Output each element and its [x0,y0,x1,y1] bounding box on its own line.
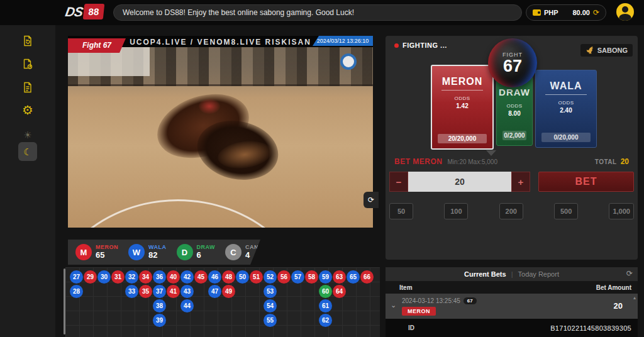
stat-count: 65 [96,251,118,260]
current-bets-panel: Current Bets | Today Report ⟳ Item Bet A… [386,267,638,337]
result-cell: 60 [319,285,332,298]
stat-letter-circle: C [225,244,242,260]
result-cell: 48 [222,270,235,284]
result-cell: 31 [111,270,125,284]
stat-letter-circle: D [177,244,193,260]
stat-count: 6 [197,251,216,260]
meron-odds-label: ODDS [432,96,492,101]
wala-bet-card[interactable]: WALA ODDS 2.40 0/20,000 [535,70,597,148]
chevron-down-icon[interactable]: ⌄ [391,301,396,309]
tab-divider: | [511,270,513,278]
result-cell: 53 [264,285,277,298]
logo-88-tile: 88 [83,4,105,19]
avatar-body-icon [619,14,631,21]
welcome-marquee: Welcome to DS88! Enjoy the best online s… [113,4,522,21]
stat-cancel: CCANCEL4 [225,244,271,260]
bet-amount-input[interactable] [408,172,511,192]
minus-button[interactable]: − [389,172,408,192]
settings-gear-icon[interactable]: ⚙ [19,102,36,118]
chip-1000[interactable]: 1,000 [609,203,634,219]
result-history-grid: 2729303132343640424546485051525657585963… [65,267,380,337]
result-cell: 32 [125,270,138,284]
result-cell: 49 [222,285,235,298]
result-cell: 27 [70,270,83,284]
bets-refresh-icon[interactable]: ⟳ [626,269,633,278]
stat-draw: DDRAW6 [177,244,216,260]
report-refresh-icon[interactable] [19,33,36,49]
tab-current-bets[interactable]: Current Bets [464,270,506,278]
video-rotate-icon[interactable]: ⟳ [364,192,379,208]
fight-number-badge: Fight 67 [68,38,126,53]
sidebar: ⚙ ☀ ☾ [0,25,55,337]
result-cell: 55 [264,314,277,327]
meron-pool: 20/20,000 [438,134,487,143]
rooster-comb [199,99,220,114]
balance-refresh-icon[interactable]: ⟳ [593,8,599,17]
meron-bet-card[interactable]: MERON ODDS 1.42 20/20,000 [431,65,494,150]
bet-id-label: ID [408,324,414,331]
wala-pool: 0/20,000 [541,133,591,142]
stat-count: 4 [245,251,271,260]
bet-id-row: ID B1710221145803839305 [386,319,638,337]
result-cell: 28 [70,285,83,298]
stat-count: 82 [148,251,167,260]
currency-label: PHP [544,9,558,16]
result-cell: 54 [264,299,277,312]
report-money-icon[interactable] [19,56,36,72]
grid-scrollbar[interactable] [64,268,65,334]
result-cell: 39 [153,314,166,327]
bet-side-title: BET MERON [394,157,443,166]
tab-today-report[interactable]: Today Report [518,270,559,278]
draw-underline [502,99,526,99]
bet-timestamp: 2024-03-12 13:25:45 67 [402,297,477,304]
result-cell: 44 [180,299,194,312]
report-list-icon[interactable] [19,79,36,96]
bets-scroll-arrow[interactable]: ▴ [633,295,636,301]
provider-label: SABONG [597,47,628,54]
bet-button[interactable]: BET [538,172,634,192]
result-cell: 40 [167,270,180,284]
plus-button[interactable]: + [511,172,530,192]
result-cell: 45 [194,270,208,284]
bet-limits: Min:20 Max:5,000 [448,158,498,165]
theme-sun-icon[interactable]: ☀ [19,127,36,143]
result-cell: 65 [347,270,360,284]
user-avatar[interactable] [616,3,634,21]
result-cell: 61 [319,299,332,312]
result-cell: 34 [139,270,152,284]
wala-title: WALA [536,80,596,92]
result-cell: 51 [250,270,263,284]
stream-logo-badge [340,53,357,70]
result-cell: 29 [84,270,97,284]
balance-pill[interactable]: PHP 80.00 ⟳ [526,4,606,21]
arena-panel: FIGHTING ... SABONG FIGHT 67 MERON ODDS … [386,36,638,260]
total-value: 20 [621,157,629,166]
bet-info-line: BET MERON Min:20 Max:5,000 TOTAL 20 [394,157,629,166]
result-cell: 57 [291,270,304,284]
bets-panel-header: Current Bets | Today Report ⟳ [386,267,638,281]
live-dot-icon [394,43,399,48]
chip-200[interactable]: 200 [499,203,523,219]
result-cell: 47 [208,285,221,298]
chip-500[interactable]: 500 [554,203,578,219]
theme-moon-icon[interactable]: ☾ [18,142,37,161]
result-cell: 46 [208,270,221,284]
ball-fight-number: 67 [503,58,522,75]
wallet-icon [533,9,541,16]
fight-status-text: FIGHTING ... [402,41,447,49]
amount-stepper: − + [389,172,530,192]
result-cell: 42 [180,270,194,284]
result-cell: 62 [319,314,332,327]
logo-ds-text: DS [64,4,84,19]
draw-title: DRAW [497,87,532,97]
result-stats-bar: MMERON65WWALA82DDRAW6CCANCEL4 [68,240,260,265]
result-cell: 63 [333,270,346,284]
result-cell: 52 [264,270,277,284]
chip-100[interactable]: 100 [444,203,468,219]
meron-title: MERON [432,76,492,87]
result-cell: 56 [277,270,291,284]
chip-50[interactable]: 50 [389,203,413,219]
result-cell: 58 [305,270,318,284]
bet-row[interactable]: ⌄ 2024-03-12 13:25:45 67 MERON 20 [386,294,638,319]
wala-underline [545,94,586,95]
